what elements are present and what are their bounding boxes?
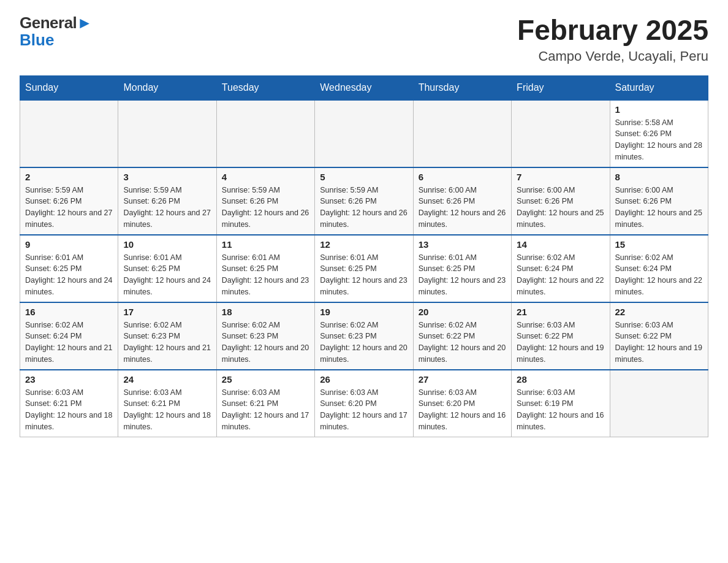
day-info: Sunrise: 6:03 AM Sunset: 6:21 PM Dayligh… <box>123 387 211 433</box>
calendar-cell: 9Sunrise: 6:01 AM Sunset: 6:25 PM Daylig… <box>20 235 118 302</box>
calendar-cell: 10Sunrise: 6:01 AM Sunset: 6:25 PM Dayli… <box>118 235 216 302</box>
calendar-cell: 5Sunrise: 5:59 AM Sunset: 6:26 PM Daylig… <box>315 167 413 235</box>
calendar-cell: 4Sunrise: 5:59 AM Sunset: 6:26 PM Daylig… <box>216 167 314 235</box>
calendar-cell <box>512 100 610 167</box>
calendar-cell: 20Sunrise: 6:02 AM Sunset: 6:22 PM Dayli… <box>413 302 511 370</box>
day-info: Sunrise: 5:58 AM Sunset: 6:26 PM Dayligh… <box>615 117 703 163</box>
day-info: Sunrise: 6:02 AM Sunset: 6:23 PM Dayligh… <box>123 320 211 366</box>
day-info: Sunrise: 6:03 AM Sunset: 6:21 PM Dayligh… <box>222 387 309 433</box>
day-number: 10 <box>123 239 211 250</box>
page-subtitle: Campo Verde, Ucayali, Peru <box>517 48 708 64</box>
logo: General► Blue <box>20 15 93 48</box>
calendar-cell: 23Sunrise: 6:03 AM Sunset: 6:21 PM Dayli… <box>20 370 118 437</box>
day-number: 14 <box>517 239 604 250</box>
day-info: Sunrise: 6:00 AM Sunset: 6:26 PM Dayligh… <box>615 185 703 231</box>
logo-triangle-icon: ► <box>77 13 92 32</box>
logo-blue-text: Blue <box>20 32 54 48</box>
calendar-cell: 13Sunrise: 6:01 AM Sunset: 6:25 PM Dayli… <box>413 235 511 302</box>
day-info: Sunrise: 5:59 AM Sunset: 6:26 PM Dayligh… <box>25 185 113 231</box>
day-number: 9 <box>25 239 113 250</box>
day-number: 8 <box>615 172 703 182</box>
calendar-table: SundayMondayTuesdayWednesdayThursdayFrid… <box>20 75 708 438</box>
column-header-tuesday: Tuesday <box>216 75 314 100</box>
column-header-wednesday: Wednesday <box>315 75 413 100</box>
day-number: 23 <box>25 374 113 385</box>
day-number: 1 <box>615 104 703 115</box>
day-info: Sunrise: 6:03 AM Sunset: 6:21 PM Dayligh… <box>25 387 113 433</box>
day-info: Sunrise: 6:01 AM Sunset: 6:25 PM Dayligh… <box>123 252 211 298</box>
calendar-cell: 8Sunrise: 6:00 AM Sunset: 6:26 PM Daylig… <box>610 167 708 235</box>
day-info: Sunrise: 5:59 AM Sunset: 6:26 PM Dayligh… <box>320 185 408 231</box>
day-info: Sunrise: 6:01 AM Sunset: 6:25 PM Dayligh… <box>419 252 506 298</box>
week-row-2: 2Sunrise: 5:59 AM Sunset: 6:26 PM Daylig… <box>20 167 708 235</box>
calendar-cell: 11Sunrise: 6:01 AM Sunset: 6:25 PM Dayli… <box>216 235 314 302</box>
page-header: General► Blue February 2025 Campo Verde,… <box>20 15 708 64</box>
day-number: 2 <box>25 172 113 182</box>
day-info: Sunrise: 6:02 AM Sunset: 6:24 PM Dayligh… <box>517 252 604 298</box>
calendar-cell: 7Sunrise: 6:00 AM Sunset: 6:26 PM Daylig… <box>512 167 610 235</box>
calendar-cell: 21Sunrise: 6:03 AM Sunset: 6:22 PM Dayli… <box>512 302 610 370</box>
day-info: Sunrise: 6:02 AM Sunset: 6:24 PM Dayligh… <box>615 252 703 298</box>
calendar-cell: 22Sunrise: 6:03 AM Sunset: 6:22 PM Dayli… <box>610 302 708 370</box>
day-info: Sunrise: 6:01 AM Sunset: 6:25 PM Dayligh… <box>320 252 408 298</box>
calendar-cell: 27Sunrise: 6:03 AM Sunset: 6:20 PM Dayli… <box>413 370 511 437</box>
day-number: 22 <box>615 307 703 317</box>
day-info: Sunrise: 6:02 AM Sunset: 6:23 PM Dayligh… <box>320 320 408 366</box>
column-header-thursday: Thursday <box>413 75 511 100</box>
calendar-cell: 16Sunrise: 6:02 AM Sunset: 6:24 PM Dayli… <box>20 302 118 370</box>
calendar-cell: 6Sunrise: 6:00 AM Sunset: 6:26 PM Daylig… <box>413 167 511 235</box>
day-number: 5 <box>320 172 408 182</box>
logo-general-text: General► <box>20 15 93 31</box>
calendar-cell: 25Sunrise: 6:03 AM Sunset: 6:21 PM Dayli… <box>216 370 314 437</box>
day-number: 19 <box>320 307 408 317</box>
day-info: Sunrise: 5:59 AM Sunset: 6:26 PM Dayligh… <box>222 185 309 231</box>
day-info: Sunrise: 6:03 AM Sunset: 6:22 PM Dayligh… <box>615 320 703 366</box>
day-number: 11 <box>222 239 309 250</box>
day-number: 4 <box>222 172 309 182</box>
day-number: 13 <box>419 239 506 250</box>
week-row-5: 23Sunrise: 6:03 AM Sunset: 6:21 PM Dayli… <box>20 370 708 437</box>
calendar-cell: 14Sunrise: 6:02 AM Sunset: 6:24 PM Dayli… <box>512 235 610 302</box>
day-info: Sunrise: 6:01 AM Sunset: 6:25 PM Dayligh… <box>222 252 309 298</box>
calendar-cell: 28Sunrise: 6:03 AM Sunset: 6:19 PM Dayli… <box>512 370 610 437</box>
day-number: 24 <box>123 374 211 385</box>
day-number: 16 <box>25 307 113 317</box>
day-number: 25 <box>222 374 309 385</box>
calendar-cell: 15Sunrise: 6:02 AM Sunset: 6:24 PM Dayli… <box>610 235 708 302</box>
calendar-cell: 2Sunrise: 5:59 AM Sunset: 6:26 PM Daylig… <box>20 167 118 235</box>
day-number: 21 <box>517 307 604 317</box>
day-info: Sunrise: 6:02 AM Sunset: 6:23 PM Dayligh… <box>222 320 309 366</box>
day-info: Sunrise: 6:01 AM Sunset: 6:25 PM Dayligh… <box>25 252 113 298</box>
calendar-cell: 3Sunrise: 5:59 AM Sunset: 6:26 PM Daylig… <box>118 167 216 235</box>
calendar-cell: 12Sunrise: 6:01 AM Sunset: 6:25 PM Dayli… <box>315 235 413 302</box>
column-header-friday: Friday <box>512 75 610 100</box>
day-number: 18 <box>222 307 309 317</box>
calendar-cell: 1Sunrise: 5:58 AM Sunset: 6:26 PM Daylig… <box>610 100 708 167</box>
calendar-cell: 24Sunrise: 6:03 AM Sunset: 6:21 PM Dayli… <box>118 370 216 437</box>
calendar-cell <box>315 100 413 167</box>
calendar-cell: 18Sunrise: 6:02 AM Sunset: 6:23 PM Dayli… <box>216 302 314 370</box>
column-header-sunday: Sunday <box>20 75 118 100</box>
column-header-monday: Monday <box>118 75 216 100</box>
calendar-cell <box>413 100 511 167</box>
day-number: 7 <box>517 172 604 182</box>
day-number: 17 <box>123 307 211 317</box>
day-info: Sunrise: 6:02 AM Sunset: 6:22 PM Dayligh… <box>419 320 506 366</box>
calendar-cell: 17Sunrise: 6:02 AM Sunset: 6:23 PM Dayli… <box>118 302 216 370</box>
calendar-header-row: SundayMondayTuesdayWednesdayThursdayFrid… <box>20 75 708 100</box>
day-info: Sunrise: 5:59 AM Sunset: 6:26 PM Dayligh… <box>123 185 211 231</box>
title-area: February 2025 Campo Verde, Ucayali, Peru <box>517 15 708 64</box>
week-row-4: 16Sunrise: 6:02 AM Sunset: 6:24 PM Dayli… <box>20 302 708 370</box>
day-number: 28 <box>517 374 604 385</box>
day-info: Sunrise: 6:03 AM Sunset: 6:20 PM Dayligh… <box>419 387 506 433</box>
day-info: Sunrise: 6:00 AM Sunset: 6:26 PM Dayligh… <box>419 185 506 231</box>
page-title: February 2025 <box>517 15 708 46</box>
calendar-cell: 19Sunrise: 6:02 AM Sunset: 6:23 PM Dayli… <box>315 302 413 370</box>
day-number: 15 <box>615 239 703 250</box>
week-row-3: 9Sunrise: 6:01 AM Sunset: 6:25 PM Daylig… <box>20 235 708 302</box>
calendar-cell <box>216 100 314 167</box>
day-info: Sunrise: 6:00 AM Sunset: 6:26 PM Dayligh… <box>517 185 604 231</box>
day-number: 26 <box>320 374 408 385</box>
day-info: Sunrise: 6:03 AM Sunset: 6:20 PM Dayligh… <box>320 387 408 433</box>
calendar-cell <box>20 100 118 167</box>
